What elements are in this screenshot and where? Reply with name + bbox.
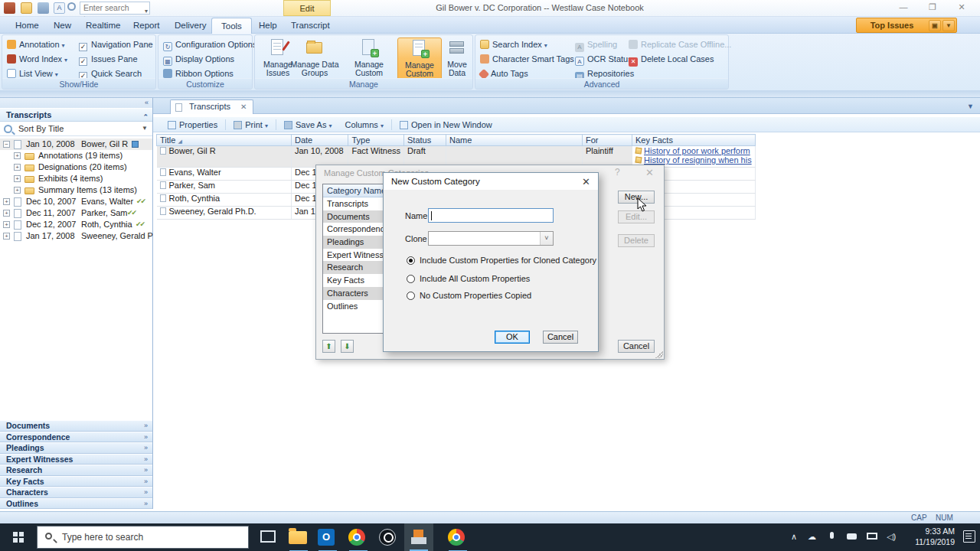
expand-expander-icon[interactable]: + (3, 221, 10, 228)
sidebar-section-pleadings[interactable]: Pleadings» (0, 442, 152, 454)
tree-item-sweeney[interactable]: + Jan 17, 2008 Sweeney, Gerald Ph.D. (0, 230, 152, 242)
sort-dropdown-icon[interactable]: ▼ (142, 122, 148, 135)
notebook-icon[interactable] (4, 2, 15, 14)
column-header-date[interactable]: Date (292, 135, 348, 146)
display-icon[interactable] (867, 533, 877, 540)
tab-close-icon[interactable]: ✕ (240, 103, 247, 111)
top-issues-button[interactable]: Top Issues ▣ ▼ (856, 18, 957, 33)
expand-expander-icon[interactable]: + (14, 175, 21, 182)
move-data-button[interactable]: Move Data (442, 37, 472, 83)
new-category-button[interactable]: New... (618, 191, 655, 204)
manage-data-groups-button[interactable]: Manage Data Groups (289, 37, 341, 83)
move-down-button[interactable]: ⬇ (341, 340, 354, 353)
expand-expander-icon[interactable]: + (14, 164, 21, 171)
sidebar-section-outlines[interactable]: Outlines» (0, 498, 152, 510)
sidebar-section-expert-witnesses[interactable]: Expert Witnesses» (0, 454, 152, 465)
tree-item-parker[interactable]: + Dec 11, 2007 Parker, Sam ✔✔ (0, 207, 152, 219)
expand-expander-icon[interactable]: + (3, 233, 10, 240)
properties-button[interactable]: Properties (162, 117, 223, 132)
microphone-icon[interactable] (830, 532, 834, 539)
ok-button[interactable]: OK (495, 331, 530, 344)
tab-report[interactable]: Report (124, 18, 169, 34)
radio-include-cloned[interactable]: Include Custom Properties for Cloned Cat… (407, 256, 596, 266)
search-index-button[interactable]: Search Index▾ (480, 38, 547, 51)
word-index-button[interactable]: Word Index▾ (7, 53, 67, 66)
expand-expander-icon[interactable]: + (14, 187, 21, 194)
outlook-button[interactable]: O (318, 527, 338, 547)
tree-item-bower[interactable]: − Jan 10, 2008 Bower, Gil R (0, 139, 152, 150)
tree-item-summary-items[interactable]: + Summary Items (13 items) (0, 184, 152, 196)
print-button[interactable]: Print▾ (228, 117, 273, 134)
save-as-button[interactable]: Save As▾ (279, 117, 337, 134)
maximize-button[interactable]: ❐ (921, 2, 944, 14)
obs-button[interactable] (379, 527, 399, 547)
issues-pane-checkbox[interactable]: ✓Issues Pane (79, 54, 138, 66)
collapse-expander-icon[interactable]: − (3, 141, 10, 148)
key-fact-link[interactable]: History of poor work perform (635, 146, 752, 155)
onedrive-cloud-icon[interactable]: ☁ (808, 532, 816, 542)
close-icon[interactable]: ✕ (645, 167, 654, 178)
configuration-options-button[interactable]: ↻Configuration Options (163, 38, 256, 51)
expand-expander-icon[interactable]: + (14, 152, 21, 159)
key-fact-link[interactable]: History of resigning when his (635, 155, 752, 165)
top-issues-dropdown-icon[interactable]: ▼ (942, 20, 955, 31)
taskbar-search-input[interactable]: Type here to search (37, 526, 249, 549)
tab-new[interactable]: New (44, 18, 80, 34)
search-dropdown-icon[interactable]: ▾ (145, 5, 148, 17)
column-header-type[interactable]: Type (348, 135, 404, 146)
sidebar-section-key-facts[interactable]: Key Facts» (0, 476, 152, 487)
westlaw-app-button[interactable] (404, 523, 433, 551)
chrome-button[interactable] (348, 527, 368, 547)
tab-home[interactable]: Home (6, 18, 48, 34)
tab-list-dropdown-icon[interactable]: ▼ (967, 103, 974, 110)
help-icon[interactable]: ? (615, 167, 620, 178)
move-up-button[interactable]: ⬆ (322, 340, 335, 353)
tab-transcript[interactable]: Transcript (282, 18, 339, 34)
name-input[interactable] (428, 208, 554, 223)
tree-item-roth[interactable]: + Dec 12, 2007 Roth, Cynthia ✔✔ (0, 219, 152, 230)
sort-bar[interactable]: Sort By Title ▼ (0, 122, 152, 136)
transcripts-panel-header[interactable]: Transcripts⌃ (0, 108, 152, 122)
chrome-2-button[interactable] (448, 527, 468, 547)
resize-grip[interactable] (655, 350, 663, 358)
save-icon[interactable] (38, 2, 49, 14)
volume-icon[interactable]: ◁) (887, 532, 896, 542)
close-icon[interactable]: ✕ (582, 176, 590, 187)
tray-expand-icon[interactable]: ∧ (791, 532, 797, 542)
search-icon[interactable] (67, 2, 76, 11)
open-folder-icon[interactable] (21, 2, 32, 14)
radio-no-copy[interactable]: No Custom Properties Copied (407, 291, 531, 302)
edit-mode-button[interactable]: Edit (283, 0, 331, 16)
sidebar-section-characters[interactable]: Characters» (0, 487, 152, 498)
manage-custom-properties-button[interactable]: + Manage Custom Properties (341, 37, 397, 83)
tab-realtime[interactable]: Realtime (77, 18, 129, 34)
top-issues-pin-icon[interactable]: ▣ (929, 20, 941, 31)
column-header-name[interactable]: Name (446, 135, 583, 146)
column-header-title[interactable]: Title ◢ (157, 135, 292, 146)
ocr-status-button[interactable]: AOCR Status (575, 53, 632, 66)
character-smart-tags-button[interactable]: Character Smart Tags▾ (480, 53, 580, 66)
display-options-button[interactable]: ▦Display Options (163, 53, 234, 66)
tree-item-evans[interactable]: + Dec 10, 2007 Evans, Walter ✔✔ (0, 196, 152, 207)
column-header-for[interactable]: For (583, 135, 632, 146)
minimize-button[interactable]: — (892, 2, 915, 14)
sidebar-section-documents[interactable]: Documents» (0, 420, 152, 432)
start-button[interactable] (0, 523, 37, 551)
tree-item-exhibits[interactable]: + Exhibits (4 items) (0, 173, 152, 184)
quick-search-input[interactable]: Enter search terms ▾ (80, 2, 150, 15)
chevron-down-icon[interactable]: ˅ (540, 232, 553, 245)
taskbar-clock[interactable]: 9:33 AM 11/19/2019 (907, 526, 955, 547)
collapse-pane-icon[interactable]: « (145, 99, 149, 106)
camera-icon[interactable] (847, 533, 857, 540)
tab-help[interactable]: Help (250, 18, 286, 34)
columns-button[interactable]: Columns▾ (339, 117, 388, 134)
tab-tools[interactable]: Tools (211, 18, 252, 34)
navigation-pane-checkbox[interactable]: ✓Navigation Pane (79, 39, 153, 51)
manage-cancel-button[interactable]: Cancel (618, 340, 655, 353)
tab-transcripts[interactable]: Transcripts ✕ (170, 99, 253, 114)
column-header-status[interactable]: Status (404, 135, 446, 146)
expand-expander-icon[interactable]: + (3, 210, 10, 217)
close-button[interactable]: ✕ (950, 2, 973, 14)
radio-include-all[interactable]: Include All Custom Properties (407, 274, 530, 285)
new-cancel-button[interactable]: Cancel (543, 331, 578, 344)
